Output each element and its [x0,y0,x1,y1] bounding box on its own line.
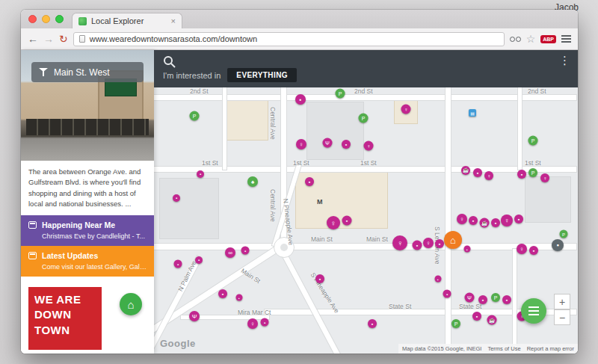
report-error-link[interactable]: Report a map error [527,345,574,352]
map-marker-shop-marker[interactable]: ▪ [241,247,250,255]
close-window-button[interactable] [28,15,37,23]
window-controls [28,15,64,23]
map-marker-parking-marker[interactable]: P [528,136,538,146]
map-marker-boutique-marker[interactable]: ♀ [484,171,493,180]
map-marker-shop-marker[interactable]: ▪ [517,170,526,179]
map-marker-shop-marker[interactable]: ▪ [552,239,564,251]
map-marker-shop-marker[interactable]: ▪ [435,239,444,248]
updates-icon [28,252,37,259]
happening-item[interactable]: Christmas Eve by Candlelight - T... [42,232,147,240]
map-marker-shop-marker[interactable]: ▪ [491,218,500,227]
map-marker-boutique-marker[interactable]: ♀ [457,214,467,224]
tab-close-icon[interactable]: × [171,16,176,25]
bookmark-star-icon[interactable]: ☆ [526,34,536,44]
map-marker-eyewear-marker[interactable]: ∞ [225,247,235,258]
map-marker-park-marker[interactable]: ♠ [247,176,258,187]
map-marker-boutique-marker[interactable]: ♀ [401,105,411,114]
filter-funnel-icon [39,68,48,76]
address-bar[interactable]: www.wearedowntownsarasota.com/downtown [73,32,505,46]
glasses-extension-icon[interactable] [510,37,521,42]
map-marker-shop-marker[interactable]: ▪ [197,170,204,178]
map-marker-selected-home-marker[interactable]: ⌂ [444,231,462,249]
map-marker-shop-marker[interactable]: ▪ [413,241,422,250]
map-marker-dining-marker[interactable]: Ψ [465,293,475,303]
map-marker-boutique-marker[interactable]: ♀ [327,216,340,229]
map-marker-boutique-marker[interactable]: ♀ [517,244,527,254]
browser-tab[interactable]: Local Explorer × [72,13,182,28]
map-marker-shop-marker[interactable]: ▪ [195,256,203,264]
street-label: 1st St [293,159,309,167]
map-marker-shop-marker[interactable]: ▪ [443,290,451,298]
map-marker-shop-marker[interactable]: ▪ [472,312,481,321]
map-marker-dining-marker[interactable]: Ψ [189,311,200,321]
map-marker-boutique-marker[interactable]: ♀ [364,141,374,151]
map-marker-shop-marker[interactable]: ▪ [174,260,182,268]
map-marker-boutique-marker[interactable]: ♀ [296,139,306,149]
we-are-downtown-logo: WE ARE DOWN TOWN [28,287,102,350]
overflow-menu-icon[interactable]: ⋮ [559,54,570,67]
zoom-out-button[interactable]: − [554,309,570,325]
latest-updates-panel[interactable]: Latest Updates Come visit our latest Gal… [21,246,154,277]
terms-link[interactable]: Terms of Use [487,345,520,352]
browser-menu-icon[interactable] [561,35,571,43]
map-marker-cafe-marker[interactable]: ☕ [480,218,490,228]
map-marker-shop-marker[interactable]: ▪ [173,194,180,202]
map-marker-boutique-marker[interactable]: ♀ [540,173,549,182]
map-marker-shop-marker[interactable]: ▪ [435,276,442,283]
url-text: www.wearedowntownsarasota.com/downtown [90,34,257,43]
map-canvas[interactable]: 2nd St2nd St2nd St1st St1st St1st St1st … [154,87,578,354]
map-marker-parking-marker[interactable]: P [528,168,537,177]
map-marker-shop-marker[interactable]: ▪ [478,295,487,304]
map-marker-parking-marker[interactable]: P [359,114,369,123]
map-marker-boutique-marker[interactable]: ♀ [501,215,513,226]
map-marker-shop-marker[interactable]: ▪ [315,274,324,283]
map-marker-boutique-marker[interactable]: ♀ [423,238,434,248]
home-button[interactable]: ⌂ [120,293,142,315]
map-marker-shop-marker[interactable]: ▪ [342,216,352,226]
map-marker-transit-marker[interactable]: ▤ [469,109,476,117]
map-marker-parking-marker[interactable]: P [190,111,200,121]
map-marker-shop-marker[interactable]: ▪ [295,94,306,105]
tab-title: Local Explorer [91,16,167,25]
interest-filter-button[interactable]: EVERYTHING [227,68,297,82]
fullscreen-window-button[interactable] [55,15,64,23]
zoom-in-button[interactable]: + [554,294,570,309]
map-marker-shop-marker[interactable]: ▪ [502,295,511,304]
map-marker-shop-marker[interactable]: ▪ [261,318,269,327]
map-marker-shop-marker[interactable]: ▪ [529,246,538,255]
district-filter-header[interactable]: Main St. West [31,62,144,82]
map-marker-shop-marker[interactable]: ▪ [342,140,351,149]
street-label: 1st St [202,159,218,167]
map-marker-cafe-marker[interactable]: ☕ [487,315,497,325]
street-label: 2nd St [528,87,546,95]
map-marker-shop-marker[interactable]: ▪ [469,216,478,225]
updates-item[interactable]: Come visit our latest Gallery, Gall... [42,263,147,271]
map-marker-parking-marker[interactable]: P [336,89,345,99]
map-marker-shop-marker[interactable]: ▪ [514,215,523,223]
map-building-block [226,99,268,140]
map-marker-shop-marker[interactable]: ▪ [218,289,227,298]
street-label: Mira Mar Ct [238,309,271,316]
map-marker-shop-marker[interactable]: ▪ [305,177,314,186]
back-button[interactable]: ← [28,34,38,44]
reload-button[interactable]: ↻ [59,34,68,44]
adblock-extension-icon[interactable]: ABP [540,35,556,43]
map-menu-fab[interactable] [521,298,546,324]
map-area: ⋮ I'm interested in EVERYTHING 2nd St2nd… [154,50,578,354]
happening-near-me-panel[interactable]: Happening Near Me Christmas Eve by Candl… [21,215,154,246]
map-marker-boutique-marker[interactable]: ♀ [247,318,258,329]
map-marker-parking-marker[interactable]: P [491,293,500,302]
page-icon [79,35,85,43]
map-marker-cafe-marker[interactable]: ☕ [461,166,470,175]
map-marker-shop-marker[interactable]: ▪ [368,319,377,328]
map-marker-shop-marker[interactable]: ▪ [473,168,482,177]
google-logo[interactable]: Google [160,338,196,349]
minimize-window-button[interactable] [42,15,50,23]
map-marker-dining-marker[interactable]: Ψ [323,138,333,148]
map-marker-boutique-marker[interactable]: ♀ [392,235,407,250]
map-marker-shop-marker[interactable]: ▪ [464,246,471,253]
forward-button[interactable]: → [43,34,54,44]
map-marker-shop-marker[interactable]: ▪ [236,294,243,301]
map-marker-parking-marker[interactable]: P [451,319,460,328]
map-marker-parking-marker[interactable]: P [560,230,568,238]
